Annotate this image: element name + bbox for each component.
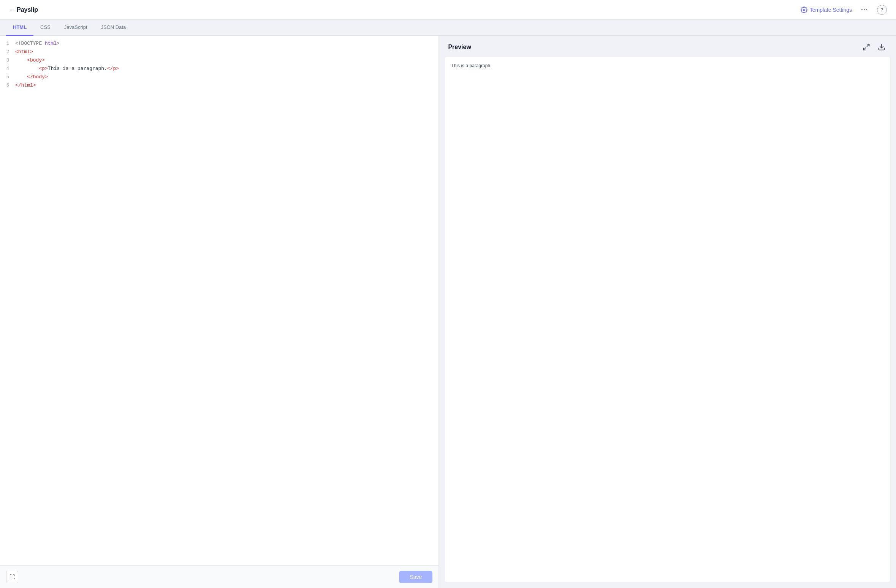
svg-point-0 (803, 9, 805, 11)
save-button[interactable]: Save (399, 571, 432, 583)
preview-title: Preview (448, 44, 471, 51)
back-arrow-icon: ← (9, 6, 15, 13)
tab-javascript[interactable]: JavaScript (57, 20, 94, 36)
line-number-4: 4 (0, 66, 15, 71)
svg-line-2 (864, 48, 866, 50)
code-line-4: 4 <p>This is a paragraph.</p> (0, 65, 439, 74)
page-title: Payslip (17, 6, 38, 13)
svg-line-1 (867, 44, 869, 47)
line-content-1: <!DOCTYPE html> (15, 41, 60, 46)
line-number-6: 6 (0, 82, 15, 88)
editor-expand-button[interactable]: ⛶ (6, 571, 18, 583)
more-options-button[interactable]: ··· (858, 4, 871, 15)
tabs-bar: HTML CSS JavaScript JSON Data (0, 20, 896, 36)
template-settings-button[interactable]: Template Settings (801, 6, 852, 13)
code-line-6: 6 </html> (0, 82, 439, 90)
line-number-2: 2 (0, 49, 15, 55)
line-number-5: 5 (0, 74, 15, 80)
line-content-3: <body> (15, 57, 45, 63)
template-settings-label: Template Settings (810, 7, 852, 13)
preview-actions (861, 42, 887, 52)
header: ← Payslip Template Settings ··· ? (0, 0, 896, 20)
preview-panel: Preview (439, 36, 896, 588)
gear-icon (801, 6, 807, 13)
line-number-3: 3 (0, 57, 15, 63)
code-line-1: 1 <!DOCTYPE html> (0, 40, 439, 49)
header-right: Template Settings ··· ? (801, 4, 887, 15)
code-line-2: 2 <html> (0, 49, 439, 57)
preview-download-button[interactable] (876, 42, 887, 52)
line-content-5: </body> (15, 74, 48, 80)
line-content-4: <p>This is a paragraph.</p> (15, 66, 119, 71)
preview-content: This is a paragraph. (445, 57, 890, 582)
preview-header: Preview (439, 36, 896, 57)
line-content-6: </html> (15, 82, 36, 88)
line-number-1: 1 (0, 41, 15, 46)
tab-css[interactable]: CSS (33, 20, 57, 36)
main-content: 1 <!DOCTYPE html> 2 <html> 3 <body> 4 <p… (0, 36, 896, 588)
tab-json-data[interactable]: JSON Data (94, 20, 133, 36)
code-line-3: 3 <body> (0, 57, 439, 65)
expand-icon: ⛶ (9, 574, 15, 580)
code-line-5: 5 </body> (0, 74, 439, 82)
help-button[interactable]: ? (877, 5, 887, 15)
expand-icon (863, 43, 870, 51)
editor-footer: ⛶ Save (0, 565, 439, 588)
header-left: ← Payslip (9, 5, 38, 15)
preview-expand-button[interactable] (861, 42, 872, 52)
preview-paragraph: This is a paragraph. (451, 63, 884, 68)
tab-html[interactable]: HTML (6, 20, 33, 36)
code-editor[interactable]: 1 <!DOCTYPE html> 2 <html> 3 <body> 4 <p… (0, 36, 439, 565)
editor-panel: 1 <!DOCTYPE html> 2 <html> 3 <body> 4 <p… (0, 36, 439, 588)
download-icon (878, 43, 885, 51)
line-content-2: <html> (15, 49, 33, 55)
back-button[interactable]: ← Payslip (9, 5, 38, 15)
